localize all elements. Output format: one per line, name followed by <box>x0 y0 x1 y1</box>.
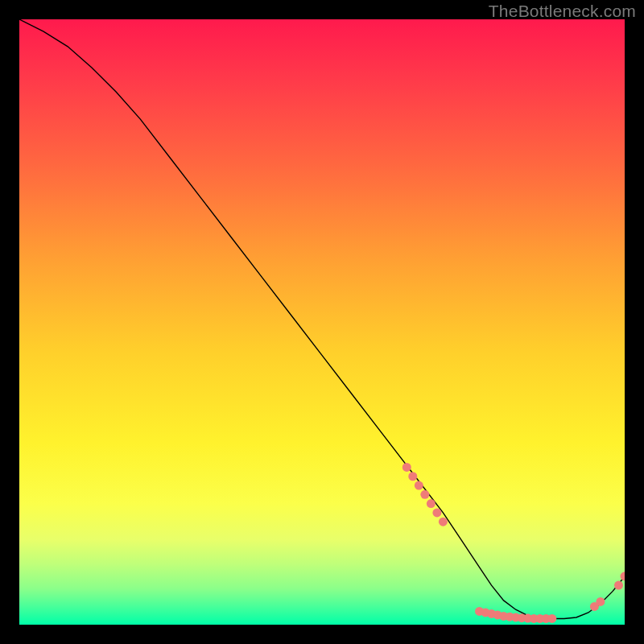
data-marker <box>427 499 436 508</box>
chart-frame: TheBottleneck.com <box>0 0 644 644</box>
data-marker <box>547 614 556 623</box>
marker-group <box>402 463 625 623</box>
data-marker <box>402 463 411 472</box>
bottleneck-curve <box>19 19 625 618</box>
data-marker <box>596 597 605 606</box>
data-marker <box>439 518 448 526</box>
data-marker <box>621 572 625 580</box>
data-marker <box>432 508 441 517</box>
plot-area <box>19 19 625 625</box>
data-marker <box>614 581 623 590</box>
data-marker <box>420 490 429 499</box>
chart-svg <box>19 19 625 625</box>
data-marker <box>415 481 423 490</box>
data-marker <box>408 472 417 481</box>
watermark-text: TheBottleneck.com <box>489 2 636 21</box>
